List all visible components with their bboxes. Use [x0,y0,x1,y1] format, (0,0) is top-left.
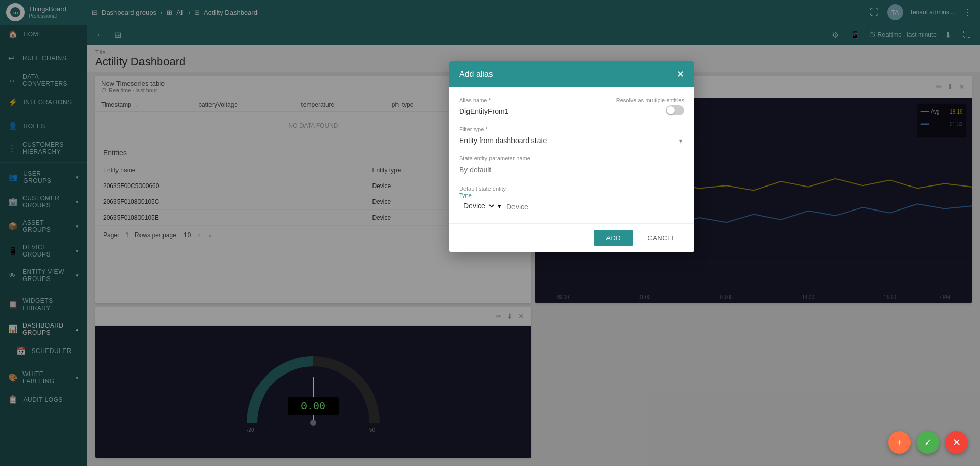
device-row: Device ▾ [459,200,684,213]
fab-area: + ✓ ✕ [888,431,968,454]
add-alias-dialog-header: Add alias ✕ [449,61,694,87]
fab-check-button[interactable]: ✓ [917,431,939,454]
toggle-knob [667,106,675,114]
resolve-multiple-label: Resolve as multiple entities [616,97,684,103]
add-alias-dialog-footer: ADD CANCEL [449,223,694,252]
alias-name-group: Alias name * [459,97,594,118]
resolve-multiple-group: Resolve as multiple entities [602,97,684,115]
device-type-select[interactable]: Device [459,200,496,212]
state-entity-input[interactable] [459,164,684,176]
default-state-label: Default state entity [459,185,506,192]
filter-type-select[interactable]: Entity from dashboard state [459,134,684,147]
alias-name-label: Alias name * [459,97,594,103]
default-state-entity-section: Default state entity Type Device ▾ [459,184,684,213]
add-alias-dialog-body: Alias name * Resolve as multiple entitie… [449,87,694,223]
device-select-wrapper: Device ▾ [459,200,501,213]
state-entity-group: State entity parameter name [459,155,684,176]
add-alias-cancel-button[interactable]: CANCEL [639,230,684,246]
filter-type-select-wrapper: Entity from dashboard state ▾ [459,134,684,147]
resolve-multiple-toggle[interactable] [666,105,684,115]
filter-type-group: Filter type * Entity from dashboard stat… [459,126,684,147]
alias-name-input[interactable] [459,105,594,118]
add-alias-dialog: Add alias ✕ Alias name * Resolve as mult… [449,61,694,252]
modal-overlay: Add alias ✕ Alias name * Resolve as mult… [0,0,980,466]
alias-name-row: Alias name * Resolve as multiple entitie… [459,97,684,118]
add-alias-add-button[interactable]: ADD [594,230,633,246]
fab-close-button[interactable]: ✕ [945,431,968,454]
state-entity-label: State entity parameter name [459,155,684,161]
device-select-arrow-icon: ▾ [498,202,501,210]
type-label: Type [459,192,684,198]
add-alias-close-button[interactable]: ✕ [676,68,684,80]
fab-add-button[interactable]: + [888,431,911,454]
filter-type-label: Filter type * [459,126,684,132]
device-name-input[interactable] [505,202,684,212]
add-alias-dialog-title: Add alias [459,69,493,79]
